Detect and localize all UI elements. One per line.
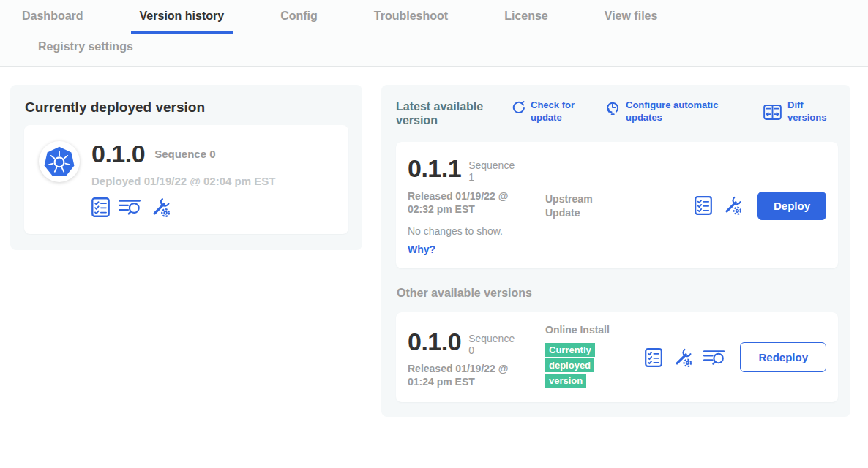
latest-version-actions: Deploy [695, 192, 826, 220]
tab-version-history[interactable]: Version history [131, 10, 233, 34]
deploy-logs-icon[interactable] [703, 349, 725, 366]
no-changes-text: No changes to show. [408, 225, 545, 237]
deploy-button[interactable]: Deploy [757, 192, 826, 220]
deployed-timestamp: Deployed 01/19/22 @ 02:04 pm EST [91, 175, 275, 187]
deployed-sequence-label: Sequence 0 [154, 141, 215, 160]
configure-automatic-updates-link[interactable]: Configure automatic updates [605, 99, 741, 124]
other-version-number: 0.1.0 [408, 329, 461, 355]
other-sequence-label: Sequence 0 [468, 329, 521, 356]
refresh-icon [510, 100, 525, 115]
tab-config[interactable]: Config [280, 10, 318, 34]
latest-version-info: 0.1.1 Sequence 1 Released 01/19/22 @ 02:… [408, 156, 545, 255]
edit-config-icon[interactable] [722, 195, 743, 216]
edit-config-icon[interactable] [150, 197, 171, 218]
app-logo [39, 141, 80, 182]
content-area: Currently deployed version 0.1.0 Sequenc… [0, 67, 868, 417]
diff-versions-link[interactable]: Diff versions [763, 99, 838, 124]
tab-license[interactable]: License [504, 10, 548, 34]
other-version-actions: Redeploy [645, 342, 826, 372]
top-nav: Dashboard Version history Config Trouble… [0, 0, 868, 67]
deployed-version-details: 0.1.0 Sequence 0 Deployed 01/19/22 @ 02:… [91, 141, 275, 218]
kubernetes-icon [42, 145, 76, 178]
other-versions-title: Other available versions [397, 287, 838, 300]
check-for-update-link[interactable]: Check for update [510, 99, 583, 124]
deploy-logs-icon[interactable] [119, 198, 141, 216]
deployed-version-number: 0.1.0 [91, 141, 145, 167]
currently-deployed-badge-wrap: Currently deployed version [545, 342, 595, 388]
redeploy-button[interactable]: Redeploy [740, 342, 826, 372]
other-source-column: Online Install Currently deployed versio… [545, 323, 618, 388]
other-released-timestamp: Released 01/19/22 @ 01:24 pm EST [408, 362, 534, 388]
currently-deployed-title: Currently deployed version [25, 99, 348, 116]
latest-version-number: 0.1.1 [408, 156, 461, 182]
latest-version-card: 0.1.1 Sequence 1 Released 01/19/22 @ 02:… [396, 142, 838, 268]
preflight-checks-icon[interactable] [645, 348, 662, 367]
currently-deployed-badge: Currently deployed version [545, 343, 595, 388]
latest-source-label: Upstream Update [545, 156, 618, 219]
tab-dashboard[interactable]: Dashboard [22, 10, 83, 34]
latest-version-header: Latest available version Check for updat… [396, 99, 838, 127]
diff-icon [763, 105, 782, 120]
tab-registry-settings[interactable]: Registry settings [38, 40, 133, 66]
latest-available-title: Latest available version [396, 99, 497, 127]
currently-deployed-panel: Currently deployed version 0.1.0 Sequenc… [10, 85, 362, 250]
nav-tabs-row-2: Registry settings [0, 40, 868, 66]
tab-view-files[interactable]: View files [605, 10, 658, 34]
why-link[interactable]: Why? [408, 244, 545, 255]
other-version-info: 0.1.0 Sequence 0 Released 01/19/22 @ 01:… [408, 326, 545, 389]
latest-sequence-label: Sequence 1 [468, 156, 521, 183]
edit-config-icon[interactable] [673, 347, 693, 368]
schedule-update-icon [605, 100, 620, 115]
check-for-update-label: Check for update [531, 99, 583, 124]
diff-versions-label: Diff versions [787, 99, 838, 124]
latest-released-timestamp: Released 01/19/22 @ 02:32 pm EST [408, 189, 534, 216]
available-versions-panel: Latest available version Check for updat… [381, 85, 850, 417]
preflight-checks-icon[interactable] [695, 196, 712, 215]
tab-troubleshoot[interactable]: Troubleshoot [374, 10, 448, 34]
other-version-card: 0.1.0 Sequence 0 Released 01/19/22 @ 01:… [396, 312, 838, 402]
header-actions: Check for update Configure automatic upd… [510, 99, 838, 124]
other-source-label: Online Install [545, 323, 618, 336]
configure-automatic-updates-label: Configure automatic updates [626, 99, 741, 124]
nav-tabs-row: Dashboard Version history Config Trouble… [0, 10, 868, 34]
preflight-checks-icon[interactable] [91, 197, 110, 217]
deployed-version-card: 0.1.0 Sequence 0 Deployed 01/19/22 @ 02:… [24, 125, 348, 234]
